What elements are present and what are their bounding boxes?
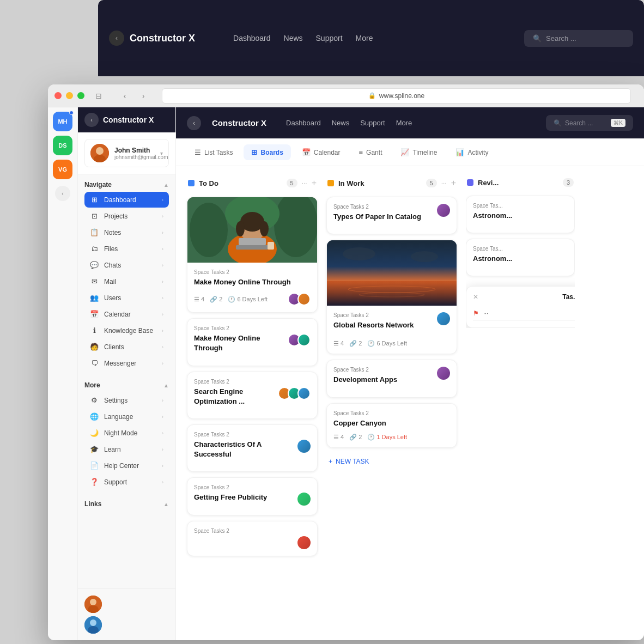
column-todo-add-button[interactable]: + (312, 178, 317, 188)
sidebar-item-knowledge-base[interactable]: ℹ Knowledge Base › (84, 323, 169, 338)
user-avatar-mh[interactable]: MH (53, 112, 72, 131)
column-in-work-add-button[interactable]: + (451, 178, 456, 188)
card-title-astrono-1: Astronom... (473, 211, 568, 221)
sidebar-item-users[interactable]: 👥 Users › (84, 290, 169, 306)
links-toggle-icon[interactable]: ▲ (163, 501, 169, 507)
url-text: www.spline.one (379, 92, 424, 100)
bottom-avatar-1[interactable] (84, 596, 169, 613)
sidebar-item-dashboard[interactable]: ⊞ Dashboard › (84, 192, 169, 208)
card-development-apps[interactable]: Space Tasks 2 Development Apps (326, 360, 457, 397)
column-todo-more-button[interactable]: ··· (302, 179, 307, 187)
sidebar-item-support[interactable]: ❓ Support › (84, 474, 169, 490)
card-attach-copper: 🔗 2 (349, 434, 362, 441)
card-astrono-1[interactable]: Space Tas... Astronom... (466, 196, 575, 233)
sidebar-item-learn[interactable]: 🎓 Learn › (84, 441, 169, 457)
navigate-toggle-icon[interactable]: ▲ (163, 182, 169, 188)
popup-text-1: ··· (483, 310, 488, 317)
mail-icon: ✉ (90, 277, 99, 285)
bg-nav-dashboard[interactable]: Dashboard (233, 34, 271, 42)
bg-app-nav: Dashboard News Support More (233, 34, 373, 42)
card-free-publicity[interactable]: Space Tasks 2 Getting Free Publicity (187, 477, 318, 515)
card-types-paper[interactable]: Space Tasks 2 Types Of Paper In Catalog (326, 197, 457, 234)
card-tag-3: Space Tasks 2 (194, 379, 311, 385)
popup-close-button[interactable]: ✕ (473, 293, 478, 301)
svg-rect-20 (268, 242, 274, 250)
users-icon: 👥 (90, 294, 99, 302)
card-make-money-2[interactable]: Space Tasks 2 Make Money Online Through (187, 318, 318, 366)
review-dot (467, 179, 473, 186)
bottom-avatar-2[interactable] (84, 616, 169, 634)
user-avatar-ds[interactable]: DS (53, 136, 72, 155)
svg-point-25 (343, 247, 375, 260)
browser-back-button[interactable]: ‹ (117, 88, 132, 104)
card-tasks-copper: ☰ 4 (333, 434, 344, 441)
main-back-button[interactable]: ‹ (187, 116, 201, 130)
bg-nav-news[interactable]: News (284, 34, 303, 42)
main-nav-more[interactable]: More (396, 119, 412, 127)
address-bar[interactable]: 🔒 www.spline.one (162, 88, 631, 104)
sidebar-item-settings[interactable]: ⚙ Settings › (84, 392, 169, 408)
sidebar-item-night-mode[interactable]: 🌙 Night Mode › (84, 425, 169, 441)
card-copper-canyon[interactable]: Space Tasks 2 Copper Canyon ☰ 4 🔗 2 🕐 1 … (326, 403, 457, 448)
minimize-button[interactable] (66, 92, 73, 99)
sidebar-label-clients: Clients (104, 343, 156, 351)
card-seo[interactable]: Space Tasks 2 Search Engine Optimization… (187, 372, 318, 419)
sidebar-item-messenger[interactable]: 🗨 Messenger › (84, 355, 169, 371)
profile-row[interactable]: John Smith johnsmith@gmail.com ▾ (84, 139, 169, 167)
user-avatar-vg[interactable]: VG (53, 160, 72, 179)
more-section-header: More ▲ (84, 381, 169, 389)
maximize-button[interactable] (77, 92, 84, 99)
sidebar-item-projects[interactable]: ⊡ Projects › (84, 208, 169, 224)
sidebar-item-files[interactable]: 🗂 Files › (84, 241, 169, 257)
close-button[interactable] (54, 92, 62, 99)
card-characteristics[interactable]: Space Tasks 2 Characteristics Of A Succe… (187, 424, 318, 472)
bg-nav-more[interactable]: More (356, 34, 373, 42)
knowledge-base-icon: ℹ (90, 326, 99, 335)
main-nav-dashboard[interactable]: Dashboard (286, 119, 321, 127)
bg-back-button[interactable]: ‹ (109, 31, 124, 46)
card-tag-5: Space Tasks 2 (194, 484, 311, 490)
svg-rect-22 (327, 281, 457, 306)
main-search-bar[interactable]: 🔍 Search ... ⌘K (546, 115, 633, 131)
bg-search[interactable]: 🔍 Search ... (524, 30, 633, 47)
clients-arrow-icon: › (162, 344, 163, 350)
sidebar-label-settings: Settings (104, 397, 156, 404)
board-content-area: To Do 5 ··· + (176, 166, 644, 640)
tab-activity[interactable]: 📊 Activity (448, 144, 496, 160)
bg-nav-support[interactable]: Support (316, 34, 343, 42)
sidebar-item-chats[interactable]: 💬 Chats › (84, 257, 169, 273)
sidebar-item-mail[interactable]: ✉ Mail › (84, 274, 169, 289)
sidebar-item-calendar[interactable]: 📅 Calendar › (84, 306, 169, 322)
dashboard-arrow-icon: › (162, 197, 163, 203)
main-nav-news[interactable]: News (332, 119, 350, 127)
sidebar-item-language[interactable]: 🌐 Language › (84, 409, 169, 424)
language-icon: 🌐 (90, 412, 99, 421)
card-make-money-1[interactable]: Space Tasks 2 Make Money Online Through … (187, 197, 318, 313)
tab-boards[interactable]: ⊞ Boards (244, 144, 290, 160)
browser-forward-button[interactable]: › (136, 88, 151, 104)
new-task-button[interactable]: + NEW TASK (326, 453, 457, 470)
sidebar: ‹ Constructor X John Smith johnsm (78, 107, 176, 640)
tab-calendar[interactable]: 📅 Calendar (294, 144, 348, 160)
sidebar-label-messenger: Messenger (104, 360, 156, 367)
more-toggle-icon[interactable]: ▲ (163, 382, 169, 388)
tab-gantt[interactable]: ≡ Gantt (351, 144, 390, 160)
sidebar-item-clients[interactable]: 🧑 Clients › (84, 339, 169, 355)
app-back-button[interactable]: ‹ (84, 113, 99, 127)
column-in-work-more-button[interactable]: ··· (441, 179, 447, 187)
sidebar-collapse-button[interactable]: ‹ (55, 186, 70, 201)
profile-email: johnsmith@gmail.com (114, 154, 155, 160)
card-astrono-2[interactable]: Space Tas... Astronom... (466, 239, 575, 276)
card-extra[interactable]: Space Tasks 2 (187, 521, 318, 556)
main-nav-support[interactable]: Support (360, 119, 385, 127)
sidebar-item-help-center[interactable]: 📄 Help Center › (84, 458, 169, 473)
card-tag-global-resorts: Space Tasks 2 (333, 312, 414, 318)
messenger-icon: 🗨 (90, 359, 99, 367)
tab-timeline[interactable]: 📈 Timeline (393, 144, 445, 160)
sidebar-item-notes[interactable]: 📋 Notes › (84, 224, 169, 240)
sidebar-toggle-button[interactable]: ⊟ (91, 88, 106, 104)
task-popup-card[interactable]: ✕ Tas... ⚑ ··· (466, 286, 575, 328)
help-center-icon: 📄 (90, 461, 99, 470)
tab-list-tasks[interactable]: ☰ List Tasks (187, 144, 240, 160)
card-global-resorts[interactable]: Space Tasks 2 Global Resorts Network ☰ 4… (326, 240, 457, 354)
